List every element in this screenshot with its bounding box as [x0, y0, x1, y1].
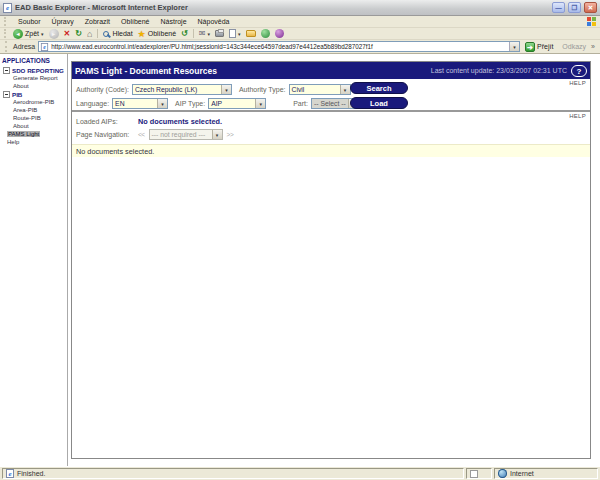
history-button[interactable]: ↺ — [180, 29, 189, 39]
tree-item-route-pib[interactable]: Route-PIB — [2, 114, 67, 122]
language-label: Language: — [76, 100, 109, 107]
address-dropdown-button[interactable]: ▾ — [509, 42, 519, 51]
tree-item-aerodrome-pib[interactable]: Aerodrome-PIB — [2, 98, 67, 106]
search-icon — [103, 31, 109, 37]
address-input[interactable] — [51, 42, 507, 51]
collapse-icon[interactable] — [3, 91, 10, 98]
authority-label: Authority (Code): — [76, 86, 129, 93]
menu-napoveda[interactable]: Nápověda — [196, 18, 232, 25]
chevron-down-icon: ▾ — [41, 31, 44, 37]
chevron-down-icon[interactable]: ▾ — [221, 85, 231, 94]
tree-item-pams-light[interactable]: PAMS Light — [2, 130, 67, 138]
go-button[interactable]: ➔ Přejít — [523, 42, 555, 52]
chevrons-right-icon[interactable]: » — [591, 43, 595, 50]
favorites-button[interactable]: ★ Oblíbené — [137, 29, 178, 39]
media-icon — [275, 29, 284, 38]
address-combo[interactable]: e ▾ — [38, 41, 520, 52]
chevron-down-icon[interactable]: ▾ — [340, 85, 350, 94]
edit-button[interactable]: ▾ — [228, 29, 242, 38]
globe-icon — [498, 469, 507, 478]
mail-button[interactable]: ✉ ▾ — [198, 29, 211, 39]
form-row-1: Authority (Code): Czech Republic (LK) ▾ … — [76, 82, 586, 96]
search-button[interactable]: Search — [350, 82, 408, 94]
home-button[interactable]: ⌂ — [86, 29, 93, 39]
help-link[interactable]: HELP — [569, 113, 586, 119]
tree-item-generate-report[interactable]: Generate Report — [2, 74, 67, 82]
authority-select[interactable]: Czech Republic (LK) ▾ — [132, 84, 232, 95]
search-label: Hledat — [112, 30, 132, 37]
status-message-pane: e Finished. — [2, 468, 464, 479]
empty-message-row: No documents selected. — [72, 144, 590, 157]
menu-soubor[interactable]: Soubor — [16, 18, 43, 25]
aip-type-select[interactable]: AIP ▾ — [208, 98, 266, 109]
load-button[interactable]: Load — [350, 97, 408, 109]
chevron-down-icon: ▾ — [238, 31, 241, 37]
folders-button[interactable] — [245, 30, 257, 37]
title-bar: e EAD Basic Explorer - Microsoft Interne… — [0, 0, 600, 16]
forward-icon: ► — [49, 29, 59, 39]
tree-item-pib-about[interactable]: About — [2, 122, 67, 130]
menu-nastroje[interactable]: Nástroje — [158, 18, 188, 25]
toolbar-grip[interactable] — [4, 29, 7, 38]
page-next-button: >> — [227, 131, 234, 138]
tree-item-sdo-about[interactable]: About — [2, 82, 67, 90]
media-button[interactable] — [274, 29, 285, 38]
tree-item-pib[interactable]: PIB — [2, 90, 67, 98]
minimize-button[interactable]: — — [552, 2, 565, 13]
close-button[interactable]: ✕ — [584, 2, 597, 13]
collapse-icon[interactable] — [3, 67, 10, 74]
menu-oblibene[interactable]: Oblíbené — [119, 18, 151, 25]
toolbar-grip[interactable] — [4, 17, 7, 26]
refresh-button[interactable]: ↻ — [74, 29, 83, 39]
language-select[interactable]: EN ▾ — [112, 98, 168, 109]
menu-bar: Soubor Úpravy Zobrazit Oblíbené Nástroje… — [0, 16, 600, 28]
authority-type-label: Authority Type: — [239, 86, 286, 93]
chevron-down-icon[interactable]: ▾ — [157, 99, 167, 108]
chevron-down-icon[interactable]: ▾ — [255, 99, 265, 108]
tree-item-area-pib[interactable]: Area-PIB — [2, 106, 67, 114]
pams-light-panel: PAMS Light - Document Resources Last con… — [71, 61, 591, 459]
back-button[interactable]: ◄ Zpět ▾ — [12, 29, 45, 39]
help-link[interactable]: HELP — [569, 80, 586, 86]
folder-icon — [246, 30, 256, 37]
maximize-button[interactable]: ❐ — [568, 2, 581, 13]
links-label[interactable]: Odkazy — [562, 43, 586, 50]
tree-item-help[interactable]: Help — [2, 138, 67, 146]
menu-upravy[interactable]: Úpravy — [50, 18, 76, 25]
search-form-section: HELP Authority (Code): Czech Republic (L… — [72, 79, 590, 112]
forward-button[interactable]: ► — [48, 29, 60, 39]
tree-item-sdo-reporting[interactable]: SDO REPORTING — [2, 66, 67, 74]
go-label: Přejít — [537, 43, 553, 50]
toolbar-separator — [193, 29, 194, 38]
go-arrow-icon: ➔ — [525, 42, 535, 52]
authority-type-select[interactable]: Civil ▾ — [289, 84, 351, 95]
windows-logo-icon — [587, 17, 596, 26]
print-button[interactable] — [214, 30, 225, 37]
ie-page-icon: e — [6, 469, 14, 478]
toolbar: ◄ Zpět ▾ ► ✕ ↻ ⌂ Hledat ★ Oblíbené ↺ ✉ ▾… — [0, 28, 600, 40]
page-select: --- not required --- ▾ — [149, 129, 223, 140]
ie-page-icon: e — [3, 3, 12, 13]
status-text: Finished. — [17, 470, 45, 477]
edit-icon — [229, 29, 236, 38]
aip-type-label: AIP Type: — [175, 100, 205, 107]
print-icon — [215, 30, 224, 37]
stop-button[interactable]: ✕ — [63, 29, 72, 39]
toolbar-separator — [97, 29, 98, 38]
toolbar-grip[interactable] — [5, 41, 8, 51]
chevron-down-icon: ▾ — [212, 130, 222, 139]
messenger-button[interactable] — [260, 29, 271, 38]
search-toolbar-button[interactable]: Hledat — [102, 30, 133, 37]
home-icon: ⌂ — [87, 29, 92, 39]
status-bar: e Finished. Internet — [0, 466, 600, 480]
zone-text: Internet — [510, 470, 534, 477]
chevron-down-icon: ▾ — [208, 31, 211, 37]
page-prev-button: << — [138, 131, 145, 138]
results-section: HELP Loaded AIPs: No documents selected.… — [72, 112, 590, 458]
panel-header: PAMS Light - Document Resources Last con… — [72, 62, 590, 79]
loaded-aips-row: Loaded AIPs: No documents selected. — [76, 115, 586, 128]
help-button[interactable]: ? — [571, 65, 587, 77]
menu-zobrazit[interactable]: Zobrazit — [83, 18, 112, 25]
status-secondary-pane — [466, 468, 492, 479]
ie-page-icon: e — [41, 43, 48, 51]
